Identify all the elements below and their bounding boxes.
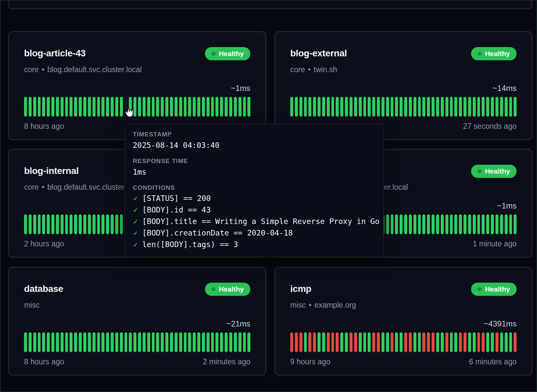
status-bar[interactable] xyxy=(491,97,494,117)
status-bar[interactable] xyxy=(514,332,517,352)
status-bar[interactable] xyxy=(331,97,334,117)
status-bar[interactable] xyxy=(243,97,246,117)
status-bar[interactable] xyxy=(175,332,178,352)
status-bar[interactable] xyxy=(368,97,371,117)
status-bar[interactable] xyxy=(432,97,435,117)
status-bar[interactable] xyxy=(133,332,136,352)
status-bar[interactable] xyxy=(24,97,27,117)
status-bar[interactable] xyxy=(382,97,384,117)
status-bar[interactable] xyxy=(454,97,457,117)
status-bar[interactable] xyxy=(436,214,439,234)
status-bar[interactable] xyxy=(83,214,86,234)
status-bar[interactable] xyxy=(38,214,41,234)
status-bar[interactable] xyxy=(170,97,173,117)
status-bar[interactable] xyxy=(239,97,241,117)
status-bar[interactable] xyxy=(115,332,118,352)
status-bar[interactable] xyxy=(101,214,104,234)
status-bar[interactable] xyxy=(215,97,218,117)
status-bar[interactable] xyxy=(24,332,27,352)
status-bar[interactable] xyxy=(70,332,72,352)
status-bar[interactable] xyxy=(152,97,155,117)
status-bar[interactable] xyxy=(161,332,164,352)
status-bar[interactable] xyxy=(170,332,173,352)
status-bar[interactable] xyxy=(340,332,343,352)
status-bar[interactable] xyxy=(65,214,68,234)
status-bar[interactable] xyxy=(229,332,232,352)
status-bar[interactable] xyxy=(129,97,132,117)
status-bar[interactable] xyxy=(115,214,118,234)
status-bar[interactable] xyxy=(363,332,366,352)
status-bar[interactable] xyxy=(413,97,416,117)
status-bar[interactable] xyxy=(165,97,168,117)
status-bar[interactable] xyxy=(505,97,508,117)
status-bar[interactable] xyxy=(156,332,159,352)
status-bar[interactable] xyxy=(184,97,187,117)
status-bar[interactable] xyxy=(368,332,371,352)
status-bar[interactable] xyxy=(422,332,425,352)
status-bar[interactable] xyxy=(505,332,508,352)
status-bar[interactable] xyxy=(345,332,348,352)
status-bar[interactable] xyxy=(138,97,141,117)
status-bar[interactable] xyxy=(422,214,425,234)
status-bar[interactable] xyxy=(445,214,448,234)
status-bar[interactable] xyxy=(308,332,311,352)
status-bar[interactable] xyxy=(111,332,114,352)
status-bar[interactable] xyxy=(138,332,141,352)
status-bar[interactable] xyxy=(51,332,54,352)
status-bar[interactable] xyxy=(450,214,453,234)
status-bar[interactable] xyxy=(441,97,444,117)
status-bar[interactable] xyxy=(56,97,59,117)
status-bar[interactable] xyxy=(441,332,444,352)
status-bar[interactable] xyxy=(220,97,223,117)
status-bar[interactable] xyxy=(486,332,489,352)
status-bar[interactable] xyxy=(115,97,118,117)
status-bar[interactable] xyxy=(147,332,150,352)
status-bar[interactable] xyxy=(418,214,421,234)
status-bar[interactable] xyxy=(482,332,485,352)
status-bar[interactable] xyxy=(477,214,480,234)
status-bar[interactable] xyxy=(459,214,462,234)
status-bar[interactable] xyxy=(42,214,45,234)
status-bar[interactable] xyxy=(395,332,398,352)
status-bar[interactable] xyxy=(422,97,425,117)
status-bar[interactable] xyxy=(491,214,494,234)
status-bar[interactable] xyxy=(234,97,237,117)
status-bar[interactable] xyxy=(468,214,471,234)
status-bar[interactable] xyxy=(106,214,109,234)
status-bar[interactable] xyxy=(350,97,353,117)
status-bar[interactable] xyxy=(188,97,191,117)
status-bar[interactable] xyxy=(500,332,503,352)
status-bar[interactable] xyxy=(432,214,435,234)
status-bar[interactable] xyxy=(459,332,462,352)
status-bar[interactable] xyxy=(477,332,480,352)
status-bar[interactable] xyxy=(101,332,104,352)
status-bar[interactable] xyxy=(409,214,412,234)
status-bar[interactable] xyxy=(354,97,357,117)
status-bar[interactable] xyxy=(514,214,517,234)
status-bar[interactable] xyxy=(225,332,228,352)
status-bar[interactable] xyxy=(215,332,218,352)
status-bar[interactable] xyxy=(486,97,489,117)
status-bar[interactable] xyxy=(120,97,123,117)
status-bar[interactable] xyxy=(391,214,394,234)
status-bar[interactable] xyxy=(106,97,109,117)
status-bar[interactable] xyxy=(322,332,325,352)
status-bar[interactable] xyxy=(377,97,380,117)
status-bar[interactable] xyxy=(24,214,27,234)
status-bar[interactable] xyxy=(83,332,86,352)
status-bar[interactable] xyxy=(143,97,146,117)
status-bar[interactable] xyxy=(202,332,205,352)
status-bar[interactable] xyxy=(500,214,503,234)
status-bar[interactable] xyxy=(88,332,91,352)
status-bar[interactable] xyxy=(386,214,389,234)
status-bar[interactable] xyxy=(70,97,72,117)
status-bar[interactable] xyxy=(509,97,512,117)
status-bar[interactable] xyxy=(345,97,348,117)
status-bar[interactable] xyxy=(247,97,250,117)
status-bar[interactable] xyxy=(372,332,375,352)
status-bar[interactable] xyxy=(486,214,489,234)
status-bar[interactable] xyxy=(65,332,68,352)
status-bar[interactable] xyxy=(33,332,36,352)
status-bar[interactable] xyxy=(473,332,476,352)
status-bar[interactable] xyxy=(61,97,64,117)
